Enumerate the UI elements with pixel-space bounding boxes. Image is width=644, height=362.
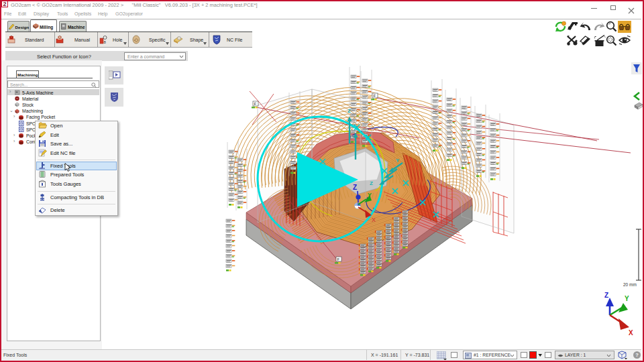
svg-text:Z: Z bbox=[370, 180, 373, 186]
svg-text:F: F bbox=[254, 102, 257, 106]
svg-text:Y: Y bbox=[368, 192, 372, 198]
svg-text:Y: Y bbox=[625, 295, 629, 302]
svg-text:Z: Z bbox=[604, 292, 608, 299]
svg-text:X: X bbox=[372, 217, 376, 223]
svg-text:F: F bbox=[374, 94, 376, 98]
svg-text:Y: Y bbox=[396, 158, 400, 164]
svg-text:X: X bbox=[629, 329, 633, 337]
svg-text:Z: Z bbox=[353, 184, 357, 191]
svg-text:20 mm: 20 mm bbox=[623, 282, 637, 287]
svg-text:F: F bbox=[337, 257, 340, 261]
svg-text:Z: Z bbox=[347, 108, 351, 114]
